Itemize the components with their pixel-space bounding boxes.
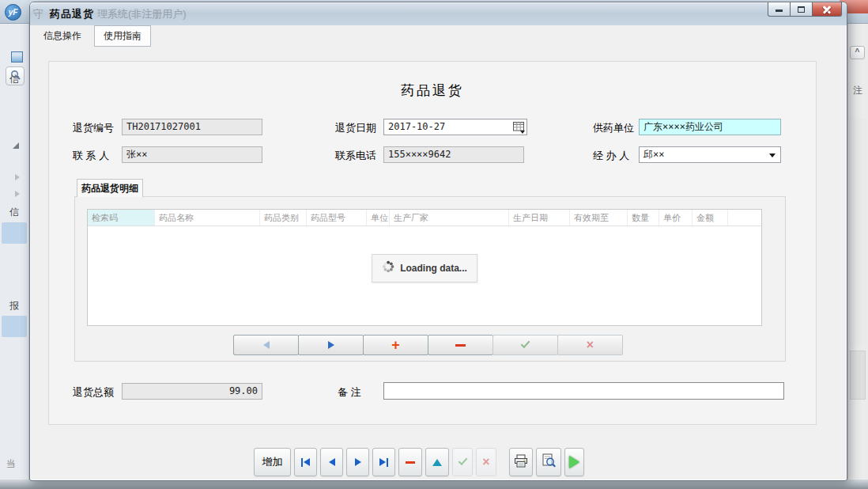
column-header: 检索码 (88, 210, 155, 226)
restore-button[interactable] (790, 2, 813, 17)
last-record-icon (379, 458, 388, 467)
arrow-right-icon (355, 458, 361, 466)
column-header: 药品类别 (260, 210, 307, 226)
contact-label: 联 系 人 (73, 149, 109, 163)
edit-record-button[interactable] (425, 448, 449, 476)
sidebar-label-fragment: 当 (6, 457, 24, 471)
arrow-right-icon (328, 341, 334, 349)
cancel-button[interactable]: × (476, 448, 496, 476)
expand-arrow-icon (15, 174, 20, 180)
supplier-field[interactable]: 广东××××药业公司 (639, 119, 781, 135)
supplier-label: 供药单位 (593, 121, 634, 135)
drug-return-dialog: 守 药品退货 理系统(非注册用户) 信息操作 使用指南 药品退货 退货编号 TH… (29, 2, 847, 481)
cross-icon: × (482, 457, 489, 468)
phone-label: 联系电话 (335, 149, 376, 163)
triangle-up-icon (432, 459, 442, 466)
grid-cancel-button[interactable]: × (557, 335, 623, 355)
return-date-field[interactable]: 2017-10-27 (383, 119, 527, 135)
grid-delete-button[interactable] (428, 335, 493, 355)
chevron-down-icon[interactable] (769, 154, 776, 157)
right-panel-label-fragment: 注 (853, 84, 864, 97)
grid-next-button[interactable] (298, 335, 364, 355)
right-panel-block (849, 119, 866, 344)
minimize-button[interactable] (768, 2, 791, 17)
print-button[interactable] (509, 448, 533, 476)
sidebar-label-fragment: 报 (9, 299, 27, 313)
dialog-title: 药品退货 (50, 7, 94, 21)
print-preview-icon (541, 453, 557, 471)
contact-field: 张×× (122, 146, 262, 163)
play-icon (569, 456, 579, 468)
bottom-toolbar: 增加 × (254, 448, 587, 476)
right-panel-block (850, 351, 866, 400)
sidebar-selected-item (2, 316, 27, 337)
tab-info-operation[interactable]: 信息操作 (35, 26, 90, 46)
loading-text: Loading data... (400, 263, 467, 274)
menu-tabbar: 信息操作 使用指南 (30, 25, 847, 47)
next-record-button[interactable] (346, 448, 369, 476)
background-title-fragment: 理系统(非注册用户) (97, 7, 187, 21)
column-header: 单价 (659, 210, 693, 226)
grid-prev-button[interactable] (233, 335, 299, 355)
minus-icon (455, 344, 466, 347)
delete-record-button[interactable] (398, 448, 422, 476)
minus-icon (406, 461, 415, 464)
background-title-fragment: 守 (33, 7, 43, 21)
minimize-icon (776, 9, 783, 12)
expand-arrow-icon (15, 191, 20, 197)
grid-post-button[interactable] (492, 335, 558, 355)
sidebar-label-fragment: 信 (9, 73, 27, 86)
arrow-left-icon (263, 341, 270, 349)
loading-indicator: Loading data... (372, 254, 477, 282)
grid-insert-button[interactable]: + (363, 335, 428, 355)
add-record-button[interactable]: 增加 (254, 448, 291, 476)
first-record-button[interactable] (294, 448, 317, 476)
calendar-dropdown-arrow (520, 131, 525, 134)
arrow-left-icon (329, 458, 335, 466)
page-title: 药品退货 (49, 82, 816, 100)
return-no-field: TH20171027001 (122, 119, 262, 135)
return-date-label: 退货日期 (335, 121, 376, 135)
plus-icon: + (391, 339, 400, 351)
collapse-chevron-button[interactable]: ^ (850, 46, 865, 59)
column-header: 单位 (367, 210, 390, 226)
parent-right-panel: ^ 注 (847, 24, 868, 480)
handler-label: 经 办 人 (593, 149, 629, 163)
tab-return-detail[interactable]: 药品退货明细 (77, 179, 143, 197)
post-button[interactable] (452, 448, 473, 476)
window-controls (768, 2, 842, 17)
execute-button[interactable] (564, 448, 584, 476)
spinner-icon (382, 260, 394, 276)
check-icon (521, 339, 530, 348)
sidebar-selected-item (2, 222, 27, 244)
column-header: 生产厂家 (390, 210, 509, 226)
total-label: 退货总额 (73, 385, 114, 400)
phone-field: 155××××9642 (383, 146, 524, 163)
tab-usage-guide[interactable]: 使用指南 (94, 25, 151, 47)
grid-header-row: 检索码 药品名称 药品类别 药品型号 单位 生产厂家 生产日期 有效期至 数量 … (88, 210, 761, 226)
column-header: 金额 (693, 210, 728, 226)
column-header: 生产日期 (509, 210, 570, 226)
restore-icon (798, 6, 805, 13)
print-preview-button[interactable] (536, 448, 561, 476)
first-record-icon (301, 458, 310, 467)
printer-icon (513, 454, 529, 471)
column-header (728, 210, 761, 226)
handler-combobox[interactable]: 邱×× (639, 146, 781, 163)
form-panel: 药品退货 退货编号 TH20171027001 退货日期 2017-10-27 … (48, 61, 817, 425)
dialog-titlebar[interactable]: 守 药品退货 理系统(非注册用户) (30, 2, 847, 25)
collapse-grip-icon (13, 142, 19, 149)
app-logo: yF (5, 4, 21, 21)
close-button[interactable] (812, 2, 842, 17)
column-header: 药品名称 (155, 210, 260, 226)
sidebar-window-icon (11, 51, 23, 63)
check-icon (458, 456, 467, 465)
remark-input[interactable] (383, 382, 784, 400)
close-icon (822, 6, 832, 13)
last-record-button[interactable] (372, 448, 395, 476)
screen: { "window": { "dialog_title": "药品退货", "b… (0, 0, 868, 489)
parent-sidebar: 信 信 报 当 (0, 24, 29, 480)
column-header: 药品型号 (307, 210, 367, 226)
prior-record-button[interactable] (320, 448, 343, 476)
total-field: 99.00 (122, 383, 262, 400)
